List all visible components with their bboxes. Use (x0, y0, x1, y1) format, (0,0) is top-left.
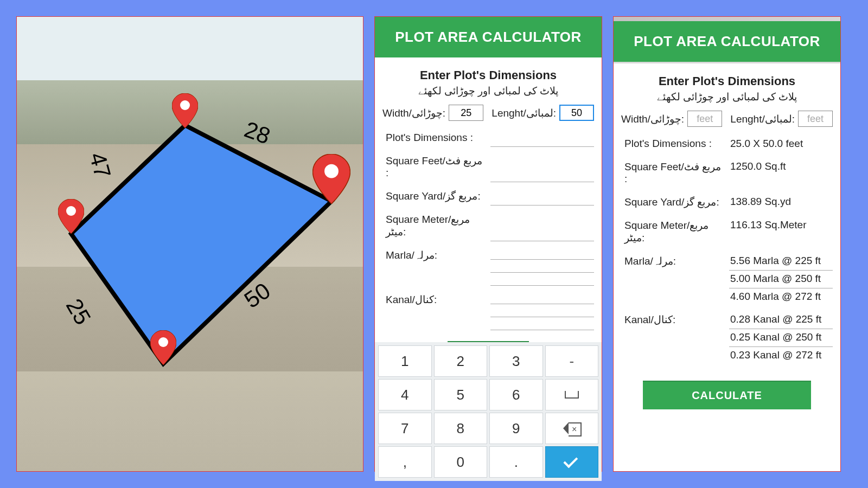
row-sqm-label: Square Meter/مربع میٹر: (382, 211, 486, 241)
key-minus[interactable]: - (545, 345, 599, 377)
width-input[interactable] (687, 111, 722, 127)
length-input[interactable] (798, 111, 833, 127)
key-space[interactable] (545, 379, 599, 410)
form-content: Enter Plot's Dimensions پلاٹ کی لمبائی ا… (375, 57, 602, 342)
svg-point-3 (66, 206, 76, 216)
key-8[interactable]: 8 (434, 413, 488, 444)
key-backspace[interactable] (545, 413, 599, 444)
calculator-result-screen: PLOT AREA CALCULATOR Enter Plot's Dimens… (613, 16, 841, 472)
check-icon (563, 453, 578, 468)
row-sqft-label: Square Feet/مربع فٹ : (621, 158, 725, 188)
row-sqm-value (490, 211, 594, 241)
section-title: Enter Plot's Dimensions (621, 74, 833, 88)
map-overlay: 28 47 50 25 (17, 17, 363, 471)
map-pin-icon (58, 199, 84, 234)
row-marla-label: Marla/مرلہ: (382, 247, 486, 286)
svg-point-4 (158, 337, 168, 347)
key-2[interactable]: 2 (434, 345, 488, 377)
row-dimensions-label: Plot's Dimensions : (382, 130, 486, 147)
row-dimensions-value (490, 130, 594, 147)
form-content: Enter Plot's Dimensions پلاٹ کی لمبائی ا… (614, 63, 840, 471)
width-input[interactable] (449, 105, 483, 121)
width-label: Width/چوڑائی: (382, 107, 445, 119)
marla-value: 5.56 Marla @ 225 ft (729, 253, 833, 271)
row-marla-values: 5.56 Marla @ 225 ft 5.00 Marla @ 250 ft … (729, 253, 833, 306)
results-table: Plot's Dimensions : 25.0 X 50.0 feet Squ… (621, 136, 833, 364)
calculator-input-screen: PLOT AREA CALCULATOR Enter Plot's Dimens… (374, 16, 602, 472)
key-enter[interactable] (545, 446, 599, 478)
section-title: Enter Plot's Dimensions (382, 68, 594, 82)
row-sqm-label: Square Meter/مربع میٹر: (621, 217, 725, 247)
key-6[interactable]: 6 (489, 379, 543, 410)
results-table: Plot's Dimensions : Square Feet/مربع فٹ … (382, 130, 594, 330)
map-screenshot: 28 47 50 25 (16, 16, 363, 472)
space-icon (565, 391, 579, 399)
status-bar (614, 17, 840, 21)
row-sqyd-label: Square Yard/مربع گز: (382, 188, 486, 206)
app-title: PLOT AREA CALCULATOR (375, 17, 602, 57)
marla-value: 5.00 Marla @ 250 ft (729, 271, 833, 288)
length-label: Lenght/لمبائی: (492, 107, 556, 119)
kanal-value: 0.28 Kanal @ 225 ft (729, 311, 833, 329)
section-subtitle-urdu: پلاٹ کی لمبائی اور چوڑائی لکھئے (621, 91, 833, 103)
map-pin-icon (312, 154, 350, 204)
row-kanal-label: Kanal/کنال: (382, 291, 486, 330)
key-period[interactable]: . (489, 446, 543, 478)
calculate-button[interactable]: CALCULATE (643, 381, 811, 409)
row-sqft-label: Square Feet/مربع فٹ : (382, 152, 486, 182)
row-sqft-value (490, 152, 594, 182)
app-title: PLOT AREA CALCULATOR (614, 21, 840, 62)
svg-point-1 (180, 100, 190, 110)
row-dimensions-label: Plot's Dimensions : (621, 136, 725, 153)
key-5[interactable]: 5 (434, 379, 488, 410)
row-sqyd-value (490, 188, 594, 206)
row-kanal-values: 0.28 Kanal @ 225 ft 0.25 Kanal @ 250 ft … (729, 311, 833, 364)
key-9[interactable]: 9 (489, 413, 543, 444)
key-0[interactable]: 0 (434, 446, 488, 478)
key-comma[interactable]: , (378, 446, 432, 478)
kanal-value: 0.23 Kanal @ 272 ft (729, 347, 833, 364)
row-sqyd-label: Square Yard/مربع گز: (621, 194, 725, 211)
row-kanal-label: Kanal/کنال: (621, 311, 725, 364)
dimensions-input-row: Width/چوڑائی: Lenght/لمبائی: (382, 105, 594, 121)
kanal-value: 0.25 Kanal @ 250 ft (729, 329, 833, 347)
backspace-icon (563, 422, 580, 434)
key-7[interactable]: 7 (378, 413, 432, 444)
map-pin-icon (172, 93, 198, 128)
row-marla-label: Marla/مرلہ: (621, 253, 725, 306)
key-4[interactable]: 4 (378, 379, 432, 410)
svg-point-2 (324, 164, 339, 178)
row-sqm-value: 116.13 Sq.Meter (729, 217, 833, 247)
plot-polygon (49, 104, 342, 386)
length-label: Lenght/لمبائی: (730, 113, 795, 125)
key-3[interactable]: 3 (489, 345, 543, 377)
width-label: Width/چوڑائی: (621, 113, 684, 125)
row-kanal-values (490, 291, 594, 330)
dimensions-input-row: Width/چوڑائی: Lenght/لمبائی: (621, 111, 833, 127)
marla-value: 4.60 Marla @ 272 ft (729, 288, 833, 306)
row-sqft-value: 1250.0 Sq.ft (729, 158, 833, 188)
length-input[interactable] (559, 105, 594, 121)
row-marla-values (490, 247, 594, 286)
row-sqyd-value: 138.89 Sq.yd (729, 194, 833, 211)
section-subtitle-urdu: پلاٹ کی لمبائی اور چوڑائی لکھئے (382, 85, 594, 97)
numeric-keypad: 1 2 3 - 4 5 6 7 8 9 , 0 . (375, 342, 602, 481)
map-pin-icon (150, 330, 176, 365)
row-dimensions-value: 25.0 X 50.0 feet (729, 136, 833, 153)
key-1[interactable]: 1 (378, 345, 432, 377)
